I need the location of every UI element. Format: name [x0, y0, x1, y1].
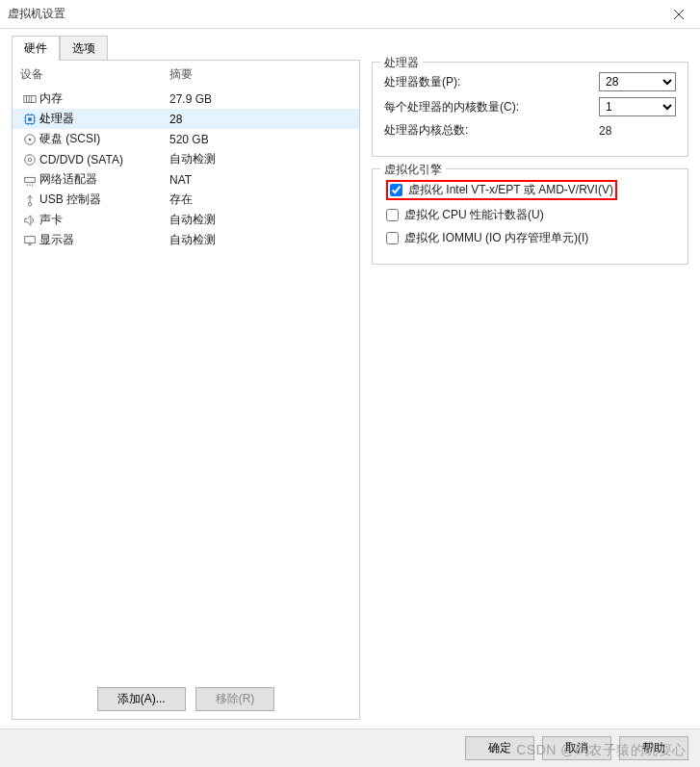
- num-processors-select[interactable]: 28: [599, 72, 676, 91]
- hardware-name: 处理器: [39, 111, 169, 127]
- network-icon: [20, 173, 39, 187]
- hardware-list: 内存27.9 GB处理器28硬盘 (SCSI)520 GBCD/DVD (SAT…: [13, 89, 359, 679]
- virtualization-legend: 虚拟化引擎: [380, 162, 446, 178]
- close-icon: [674, 10, 684, 19]
- hardware-row[interactable]: 声卡自动检测: [13, 210, 359, 230]
- perf-label[interactable]: 虚拟化 CPU 性能计数器(U): [404, 207, 544, 223]
- vt-highlight: 虚拟化 Intel VT-x/EPT 或 AMD-V/RVI(V): [386, 180, 617, 200]
- header-device: 设备: [20, 66, 169, 83]
- iommu-checkbox[interactable]: [386, 232, 399, 244]
- hardware-summary: 520 GB: [169, 133, 209, 146]
- hardware-row[interactable]: 内存27.9 GB: [13, 89, 359, 109]
- svg-point-16: [25, 154, 36, 165]
- hardware-name: USB 控制器: [39, 192, 169, 208]
- svg-rect-5: [28, 117, 32, 121]
- hardware-summary: 自动检测: [169, 212, 216, 228]
- hardware-name: 声卡: [39, 212, 169, 228]
- bottom-bar: 确定 取消 帮助: [0, 729, 700, 767]
- total-cores-label: 处理器内核总数:: [384, 122, 591, 139]
- virtualization-group: 虚拟化引擎 虚拟化 Intel VT-x/EPT 或 AMD-V/RVI(V) …: [372, 168, 688, 265]
- tab-options[interactable]: 选项: [60, 36, 108, 61]
- hardware-name: CD/DVD (SATA): [39, 153, 169, 166]
- tab-hardware[interactable]: 硬件: [12, 36, 60, 61]
- processor-legend: 处理器: [380, 55, 423, 71]
- hardware-row[interactable]: 显示器自动检测: [13, 230, 359, 250]
- cd-icon: [20, 153, 39, 166]
- iommu-label[interactable]: 虚拟化 IOMMU (IO 内存管理单元)(I): [404, 230, 588, 246]
- vt-checkbox[interactable]: [390, 184, 402, 196]
- svg-rect-24: [25, 236, 36, 243]
- hardware-row[interactable]: 硬盘 (SCSI)520 GB: [13, 129, 359, 149]
- vt-label[interactable]: 虚拟化 Intel VT-x/EPT 或 AMD-V/RVI(V): [408, 182, 613, 198]
- header-summary: 摘要: [169, 66, 193, 83]
- svg-point-17: [28, 158, 32, 162]
- hardware-list-header: 设备 摘要: [13, 61, 359, 89]
- display-icon: [20, 234, 39, 247]
- hardware-summary: 28: [169, 113, 182, 126]
- ok-button[interactable]: 确定: [465, 736, 534, 760]
- titlebar: 虚拟机设置: [0, 0, 700, 29]
- hardware-row[interactable]: CD/DVD (SATA)自动检测: [13, 149, 359, 169]
- help-button[interactable]: 帮助: [619, 736, 688, 760]
- svg-rect-0: [24, 95, 36, 102]
- hardware-name: 显示器: [39, 232, 169, 248]
- hardware-row[interactable]: 处理器28: [13, 109, 359, 129]
- window-title: 虚拟机设置: [8, 6, 657, 22]
- hardware-summary: 存在: [169, 192, 193, 208]
- hardware-name: 网络适配器: [39, 171, 169, 188]
- cores-per-label: 每个处理器的内核数量(C):: [384, 99, 591, 115]
- disk-icon: [20, 133, 39, 146]
- hardware-summary: NAT: [169, 173, 192, 187]
- processor-group: 处理器 处理器数量(P): 28 每个处理器的内核数量(C): 1 处理器内核总…: [372, 62, 688, 157]
- hardware-summary: 自动检测: [169, 151, 216, 167]
- svg-point-22: [28, 202, 32, 206]
- svg-point-15: [29, 138, 32, 141]
- perf-checkbox[interactable]: [386, 209, 399, 221]
- cores-per-select[interactable]: 1: [599, 97, 676, 116]
- add-button[interactable]: 添加(A)...: [97, 687, 186, 711]
- hardware-list-panel: 设备 摘要 内存27.9 GB处理器28硬盘 (SCSI)520 GBCD/DV…: [12, 60, 360, 720]
- hardware-summary: 自动检测: [169, 232, 216, 248]
- hardware-name: 内存: [39, 90, 169, 107]
- num-processors-label: 处理器数量(P):: [384, 74, 591, 90]
- remove-button[interactable]: 移除(R): [195, 687, 275, 711]
- usb-icon: [20, 193, 39, 207]
- close-button[interactable]: [657, 0, 700, 29]
- cpu-icon: [20, 113, 39, 126]
- total-cores-value: 28: [599, 124, 676, 138]
- hardware-summary: 27.9 GB: [169, 92, 212, 106]
- hardware-row[interactable]: 网络适配器NAT: [13, 169, 359, 190]
- svg-rect-18: [25, 177, 36, 182]
- memory-icon: [20, 92, 39, 106]
- sound-icon: [20, 214, 39, 227]
- tab-strip: 硬件 选项: [12, 35, 700, 60]
- settings-panel: 处理器 处理器数量(P): 28 每个处理器的内核数量(C): 1 处理器内核总…: [372, 60, 688, 720]
- hardware-name: 硬盘 (SCSI): [39, 131, 169, 147]
- hardware-row[interactable]: USB 控制器存在: [13, 190, 359, 210]
- cancel-button[interactable]: 取消: [542, 736, 611, 760]
